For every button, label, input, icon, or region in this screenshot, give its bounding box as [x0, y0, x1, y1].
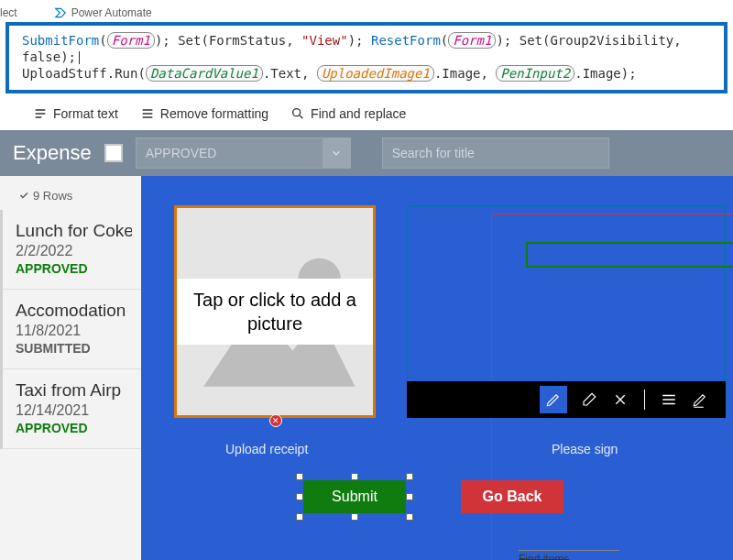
- text-caret: [79, 51, 80, 64]
- list-item-date: 12/14/2021: [16, 402, 132, 419]
- upload-picture-control[interactable]: Tap or click to add a picture: [174, 205, 376, 418]
- tab-power-automate[interactable]: Power Automate: [71, 6, 152, 19]
- sign-label: Please sign: [552, 442, 618, 456]
- formula-toolbar: Format text Remove formatting Find and r…: [0, 93, 733, 130]
- status-badge: APPROVED: [16, 421, 132, 435]
- list-item[interactable]: Lunch for Coke 2/2/2022 APPROVED: [0, 210, 141, 290]
- status-badge: SUBMITTED: [16, 341, 132, 356]
- search-input[interactable]: Search for title: [382, 137, 609, 169]
- row-count-label: 9 Rows: [0, 176, 141, 210]
- form-canvas[interactable]: Tap or click to add a picture ✕ Upload r…: [141, 176, 733, 560]
- formula-line-2: UploadStuff.Run(DataCardValue1.Text, Upl…: [22, 65, 715, 82]
- list-item-title: Lunch for Coke: [16, 221, 132, 241]
- format-text-button[interactable]: Format text: [33, 106, 118, 121]
- formula-bar[interactable]: SubmitForm(Form1); Set(FormStatus, "View…: [5, 22, 728, 93]
- app-header: Expense APPROVED Search for title: [0, 130, 733, 176]
- find-items-text: Find items: [519, 550, 619, 560]
- status-badge: APPROVED: [16, 261, 132, 276]
- list-item-date: 11/8/2021: [16, 323, 132, 339]
- pen-draw-icon[interactable]: [540, 386, 567, 413]
- remove-formatting-icon: [140, 106, 155, 121]
- list-item[interactable]: Accomodation 11/8/2021 SUBMITTED: [0, 290, 141, 369]
- search-placeholder: Search for title: [392, 146, 475, 160]
- search-icon: [290, 106, 305, 121]
- format-text-icon: [33, 106, 48, 121]
- list-item-date: 2/2/2022: [16, 243, 132, 259]
- separator: [644, 390, 645, 410]
- list-item-title: Accomodation: [16, 301, 132, 321]
- svg-point-0: [293, 108, 301, 115]
- top-tabs: lect Power Automate: [0, 0, 733, 22]
- pen-color-icon[interactable]: [691, 390, 709, 409]
- upload-label: Upload receipt: [225, 442, 308, 456]
- app-preview: Expense APPROVED Search for title 9 Rows…: [0, 130, 733, 560]
- status-dropdown[interactable]: APPROVED: [136, 137, 351, 169]
- pen-width-icon[interactable]: [660, 390, 678, 409]
- find-replace-button[interactable]: Find and replace: [290, 106, 406, 121]
- dropdown-value: APPROVED: [146, 146, 217, 160]
- submit-button[interactable]: Submit: [303, 480, 406, 513]
- check-icon: [18, 190, 29, 201]
- list-panel: 9 Rows Lunch for Coke 2/2/2022 APPROVED …: [0, 176, 141, 560]
- list-item-title: Taxi from Airp: [16, 380, 132, 401]
- page-title: Expense: [13, 141, 92, 165]
- pen-clear-icon[interactable]: [611, 390, 629, 409]
- tab-select[interactable]: lect: [0, 6, 17, 19]
- list-item[interactable]: Taxi from Airp 12/14/2021 APPROVED: [0, 369, 141, 449]
- formula-line-1: SubmitForm(Form1); Set(FormStatus, "View…: [22, 32, 715, 65]
- go-back-button[interactable]: Go Back: [461, 480, 563, 513]
- remove-formatting-button[interactable]: Remove formatting: [140, 106, 268, 121]
- signature-line[interactable]: [526, 242, 733, 268]
- approved-checkbox[interactable]: [104, 144, 123, 162]
- upload-prompt-text: Tap or click to add a picture: [177, 279, 373, 345]
- pen-toolbar: [407, 381, 726, 418]
- power-automate-icon: [54, 6, 67, 19]
- pen-erase-icon[interactable]: [580, 390, 598, 409]
- remove-icon[interactable]: ✕: [269, 414, 282, 427]
- chevron-down-icon: [323, 138, 350, 168]
